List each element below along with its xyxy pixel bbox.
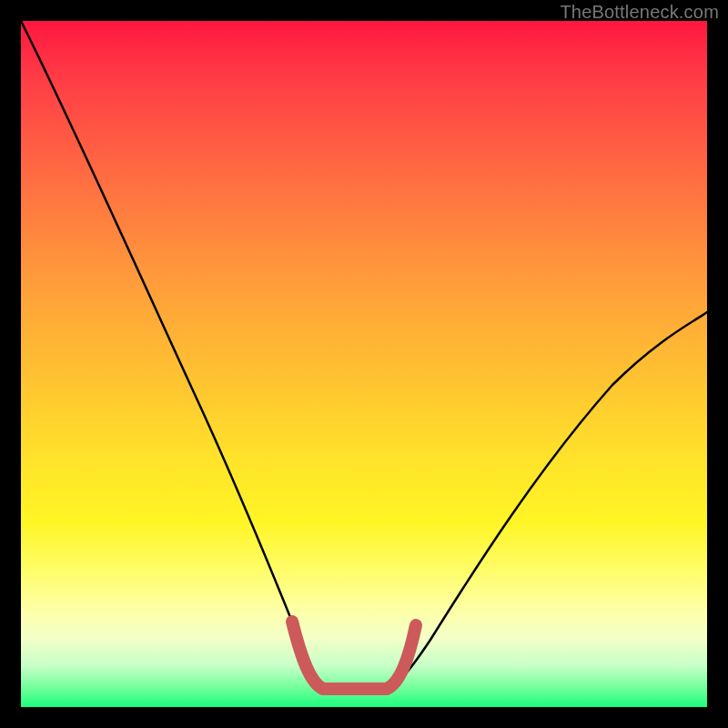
plateau-highlight-path xyxy=(292,622,416,689)
watermark-text: TheBottleneck.com xyxy=(560,2,719,23)
bottleneck-curve-path xyxy=(21,21,707,690)
chart-plot-area xyxy=(21,21,707,707)
chart-svg xyxy=(21,21,707,707)
chart-frame: TheBottleneck.com xyxy=(0,0,728,728)
